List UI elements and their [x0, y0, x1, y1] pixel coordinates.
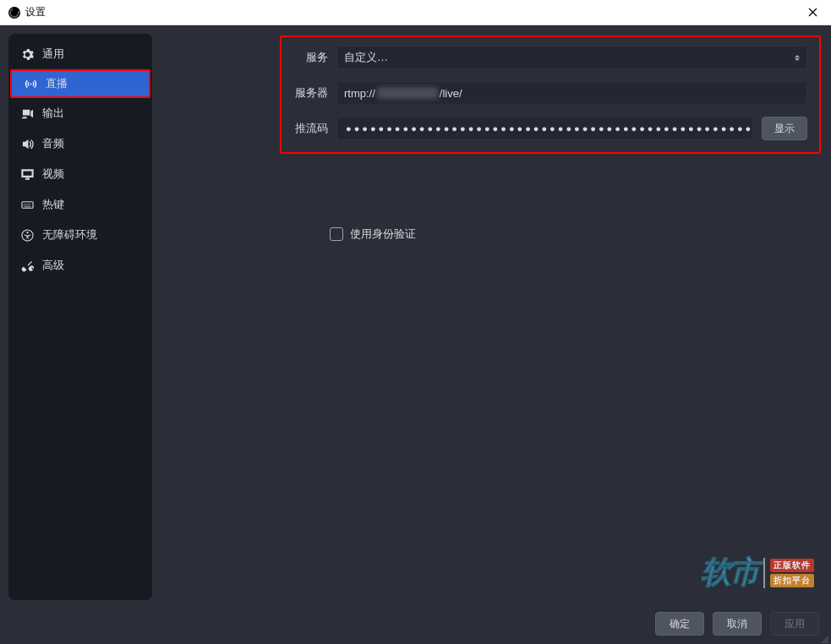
ok-button[interactable]: 确定: [655, 612, 704, 636]
sidebar-item-label: 高级: [42, 258, 64, 273]
output-icon: [20, 106, 34, 120]
server-suffix: /live/: [440, 87, 462, 100]
auth-label: 使用身份验证: [350, 226, 416, 242]
gear-icon: [20, 47, 34, 61]
watermark-tag-2: 折扣平台: [770, 574, 814, 587]
highlighted-stream-settings: 服务 自定义… 服务器 rtmp:// /live/ 推流码: [280, 35, 821, 154]
tools-icon: [20, 259, 34, 272]
watermark-tags: 正版软件 折扣平台: [770, 559, 814, 587]
speaker-icon: [20, 137, 34, 150]
obs-app-icon: [8, 7, 20, 19]
service-select[interactable]: 自定义…: [336, 46, 807, 69]
svg-point-2: [26, 232, 28, 233]
keyboard-icon: [20, 198, 34, 211]
body-area: 通用 直播 输出 音频: [0, 25, 831, 644]
streamkey-input[interactable]: ●●●●●●●●●●●●●●●●●●●●●●●●●●●●●●●●●●●●●●●●…: [336, 117, 753, 140]
sidebar-item-advanced[interactable]: 高级: [8, 250, 152, 281]
sidebar-item-label: 视频: [42, 166, 64, 182]
apply-button[interactable]: 应用: [770, 612, 819, 636]
watermark-tag-1: 正版软件: [770, 559, 814, 572]
auth-checkbox[interactable]: [330, 227, 343, 241]
resize-grip-icon: [819, 634, 829, 644]
sidebar-item-label: 热键: [42, 197, 64, 212]
sidebar-item-label: 输出: [42, 106, 64, 121]
sidebar-item-audio[interactable]: 音频: [8, 128, 152, 159]
monitor-icon: [20, 167, 34, 181]
settings-window: 设置 通用 直播 输出: [0, 0, 831, 644]
streamkey-row: 推流码 ●●●●●●●●●●●●●●●●●●●●●●●●●●●●●●●●●●●●…: [290, 117, 807, 140]
streamkey-label: 推流码: [290, 121, 328, 136]
accessibility-icon: [20, 228, 34, 242]
sidebar-item-output[interactable]: 输出: [8, 98, 152, 128]
footer-buttons: 确定 取消 应用: [655, 612, 819, 636]
sidebar-item-label: 直播: [46, 76, 68, 91]
server-prefix: rtmp://: [344, 87, 375, 100]
antenna-icon: [24, 77, 37, 90]
show-streamkey-button[interactable]: 显示: [762, 117, 807, 140]
sidebar-item-stream[interactable]: 直播: [10, 69, 150, 98]
server-label: 服务器: [290, 85, 328, 101]
sidebar-item-general[interactable]: 通用: [8, 39, 152, 69]
sidebar-item-video[interactable]: 视频: [8, 159, 152, 189]
service-value: 自定义…: [344, 50, 388, 65]
titlebar: 设置: [0, 0, 831, 25]
chevron-updown-icon: [795, 55, 800, 61]
service-row: 服务 自定义…: [290, 46, 807, 69]
sidebar-item-accessibility[interactable]: 无障碍环境: [8, 220, 152, 250]
watermark: 软市 正版软件 折扣平台: [701, 552, 814, 593]
sidebar-item-hotkeys[interactable]: 热键: [8, 189, 152, 220]
close-icon: [808, 8, 817, 17]
titlebar-left: 设置: [8, 5, 46, 19]
sidebar-item-label: 通用: [42, 46, 64, 62]
sidebar-item-label: 音频: [42, 136, 64, 151]
watermark-logo: 软市: [701, 552, 758, 593]
cancel-button[interactable]: 取消: [713, 612, 762, 636]
window-title: 设置: [25, 5, 46, 19]
resize-grip[interactable]: [819, 632, 829, 642]
server-redacted: [377, 87, 438, 99]
watermark-divider: [763, 558, 765, 588]
server-row: 服务器 rtmp:// /live/: [290, 81, 807, 105]
service-label: 服务: [290, 50, 328, 65]
close-button[interactable]: [803, 4, 823, 21]
sidebar: 通用 直播 输出 音频: [8, 34, 152, 600]
sidebar-item-label: 无障碍环境: [42, 227, 97, 243]
auth-row: 使用身份验证: [330, 226, 823, 242]
server-input[interactable]: rtmp:// /live/: [336, 81, 807, 105]
